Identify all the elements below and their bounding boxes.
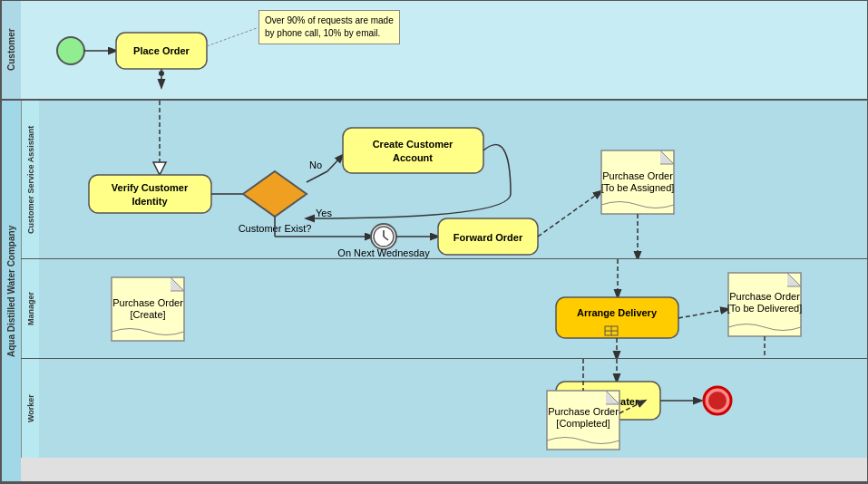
anchor-dot — [159, 71, 164, 76]
po-completed-label1: Purchase Order — [548, 406, 619, 417]
lane-group: Aqua Distilled Water Company Customer Se… — [1, 101, 867, 483]
arrange-label: Arrange Delivery — [577, 307, 658, 318]
diagram-container: Customer Place Order — [0, 0, 868, 484]
verify-label2: Identity — [132, 196, 168, 207]
note-box: Over 90% of requests are madeby phone ca… — [258, 10, 400, 44]
sub-lane-csa-label: Customer Service Assistant — [21, 101, 39, 258]
po-deliver-label2: [To be Delivered] — [727, 303, 803, 314]
sub-lane-worker: Worker Deliver water — [21, 359, 867, 458]
place-order-label: Place Order — [133, 45, 190, 56]
yes-label: Yes — [316, 208, 332, 218]
po-create-label2: [Create] — [130, 309, 165, 320]
sub-lane-manager-label: Manager — [21, 259, 39, 358]
sub-lane-csa: Customer Service Assistant — [21, 101, 867, 259]
lane-customer-label: Customer — [1, 1, 21, 99]
no-label: No — [309, 160, 322, 170]
dashed-to-po-assign — [538, 191, 601, 237]
sub-lane-worker-svg: Deliver water Purchase Order [Completed] — [39, 359, 867, 458]
no-line1 — [307, 171, 327, 182]
verify-label1: Verify Customer — [112, 182, 189, 193]
po-deliver-label1: Purchase Order — [729, 291, 800, 302]
sub-lane-manager-svg: Purchase Order [Create] Arrange Delivery — [39, 259, 867, 358]
sub-lane-worker-label: Worker — [21, 359, 39, 458]
end-inner — [708, 392, 727, 410]
wednesday-label: On Next Wednesday — [337, 247, 430, 258]
sub-lane-worker-content: Deliver water Purchase Order [Completed] — [39, 359, 867, 458]
sub-lane-csa-content: Verify Customer Identity Customer Exist?… — [39, 101, 867, 258]
dashed-to-po-deliver — [678, 309, 728, 318]
verify-shape — [89, 175, 211, 213]
diamond-shape — [243, 171, 307, 217]
hollow-arrow — [153, 162, 166, 175]
sub-lane-manager-content: Purchase Order [Create] Arrange Delivery — [39, 259, 867, 358]
note-line — [207, 28, 257, 46]
po-completed-label2: [Completed] — [556, 418, 610, 429]
sub-lane-csa-svg: Verify Customer Identity Customer Exist?… — [39, 101, 867, 258]
po-assign-label2: [To be Assigned] — [601, 182, 675, 193]
forward-label: Forward Order — [454, 232, 523, 243]
create-account-shape — [343, 128, 483, 173]
lane-group-label: Aqua Distilled Water Company — [1, 101, 21, 481]
create-label1: Create Customer — [373, 139, 454, 150]
sub-lane-manager: Manager Purchase Order [Create — [21, 259, 867, 359]
lane-customer-svg: Place Order — [21, 1, 867, 99]
start-event — [57, 37, 84, 64]
po-assign-label1: Purchase Order — [602, 170, 673, 181]
create-label2: Account — [393, 152, 433, 163]
po-create-label1: Purchase Order — [112, 297, 183, 308]
lane-group-inner: Customer Service Assistant — [21, 101, 867, 481]
lane-customer: Customer Place Order — [1, 1, 867, 101]
lane-customer-content: Place Order Over — [21, 1, 867, 99]
no-line2 — [327, 155, 343, 171]
